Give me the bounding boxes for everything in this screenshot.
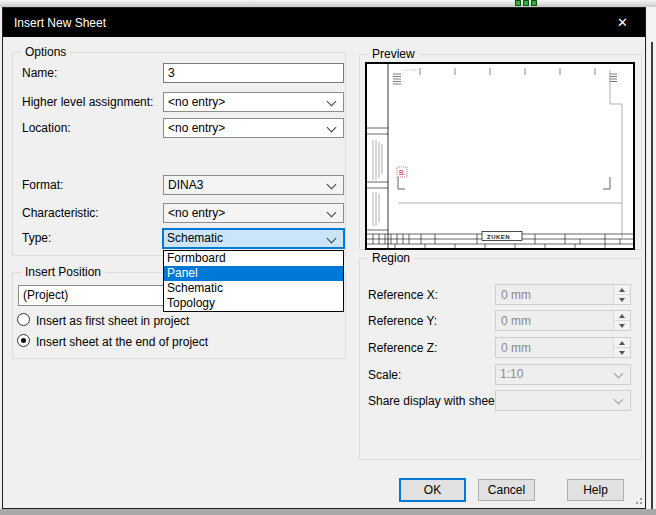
location-combobox[interactable]: <no entry> [163,118,344,138]
radio-first-sheet-label: Insert as first sheet in project [36,314,189,328]
chevron-down-icon [327,123,337,133]
insert-position-group-label: Insert Position [21,265,105,279]
radio-first-sheet[interactable] [17,313,30,326]
ok-button-label: OK [401,480,464,500]
reference-x-spinbox[interactable]: 0 mm [495,284,631,305]
higher-level-assignment-combobox[interactable]: <no entry> [163,92,344,112]
scale-combobox: 1:10 [495,364,631,385]
background-app-mark [515,0,521,6]
reference-z-spinner[interactable] [613,338,630,357]
chevron-down-icon [327,97,337,107]
type-combobox[interactable]: Schematic [162,228,345,249]
cancel-button-label: Cancel [479,480,534,500]
reference-z-label: Reference Z: [368,341,437,355]
help-button[interactable]: Help [567,479,624,501]
name-input[interactable]: 3 [163,63,344,83]
dropdown-item-schematic[interactable]: Schematic [164,281,343,296]
spin-down-icon [619,324,625,328]
zuken-logo: ZUKEN [487,234,510,240]
name-label: Name: [22,66,57,80]
spin-up-icon [619,288,625,292]
spin-down-icon [619,298,625,302]
type-label: Type: [22,231,51,245]
desktop-background-bottom [0,509,656,515]
type-dropdown-list: Formboard Panel Schematic Topology [163,250,344,312]
chevron-down-icon [327,180,337,190]
sheet-preview: B. ZUKEN [365,62,635,250]
dropdown-item-panel[interactable]: Panel [164,266,343,281]
preview-group-label: Preview [368,47,419,61]
higher-level-assignment-label: Higher level assignment: [22,95,153,109]
resize-grip-icon[interactable] [631,493,642,504]
reference-y-spinner[interactable] [613,311,630,330]
location-label: Location: [22,121,71,135]
reference-x-value: 0 mm [501,288,531,302]
share-display-label: Share display with sheet: [368,394,501,408]
reference-z-value: 0 mm [501,341,531,355]
format-combobox[interactable]: DINA3 [163,175,344,195]
characteristic-value: <no entry> [168,206,225,220]
share-display-combobox [495,390,631,411]
options-group-label: Options [21,45,70,59]
reference-x-spinner[interactable] [613,285,630,304]
scale-label: Scale: [368,368,401,382]
background-window-edge [651,42,653,509]
higher-level-assignment-value: <no entry> [168,95,225,109]
chevron-down-icon [327,234,337,244]
dropdown-item-formboard[interactable]: Formboard [164,251,343,266]
reference-x-label: Reference X: [368,288,438,302]
desktop-background-top [0,0,656,7]
reference-y-spinbox[interactable]: 0 mm [495,310,631,331]
insert-target-value: (Project) [23,288,68,302]
dialog-title: Insert New Sheet [3,16,106,30]
close-icon: ✕ [617,15,628,30]
ok-button[interactable]: OK [399,478,466,502]
reference-y-label: Reference Y: [368,314,437,328]
characteristic-label: Characteristic: [22,206,99,220]
chevron-down-icon [614,395,624,405]
spin-down-icon [619,351,625,355]
reference-z-spinbox[interactable]: 0 mm [495,337,631,358]
chevron-down-icon [327,208,337,218]
scale-value: 1:10 [500,367,523,381]
reference-y-value: 0 mm [501,314,531,328]
spin-up-icon [619,341,625,345]
radio-end-of-project-label: Insert sheet at the end of project [36,335,208,349]
format-label: Format: [22,178,63,192]
close-button[interactable]: ✕ [600,8,645,37]
format-value: DINA3 [168,178,203,192]
preview-warning-mark: B. [399,169,406,176]
help-button-label: Help [568,480,623,500]
background-app-mark [523,0,529,6]
region-group-label: Region [368,251,414,265]
insert-new-sheet-dialog: Insert New Sheet ✕ Options Name: 3 Highe… [2,7,646,509]
radio-end-of-project[interactable] [17,334,30,347]
location-value: <no entry> [168,121,225,135]
spin-up-icon [619,314,625,318]
title-bar: Insert New Sheet ✕ [3,8,645,37]
cancel-button[interactable]: Cancel [478,479,535,501]
type-value: Schematic [167,231,223,245]
chevron-down-icon [614,369,624,379]
characteristic-combobox[interactable]: <no entry> [163,203,344,223]
background-app-mark [531,0,537,6]
dropdown-item-topology[interactable]: Topology [164,296,343,311]
